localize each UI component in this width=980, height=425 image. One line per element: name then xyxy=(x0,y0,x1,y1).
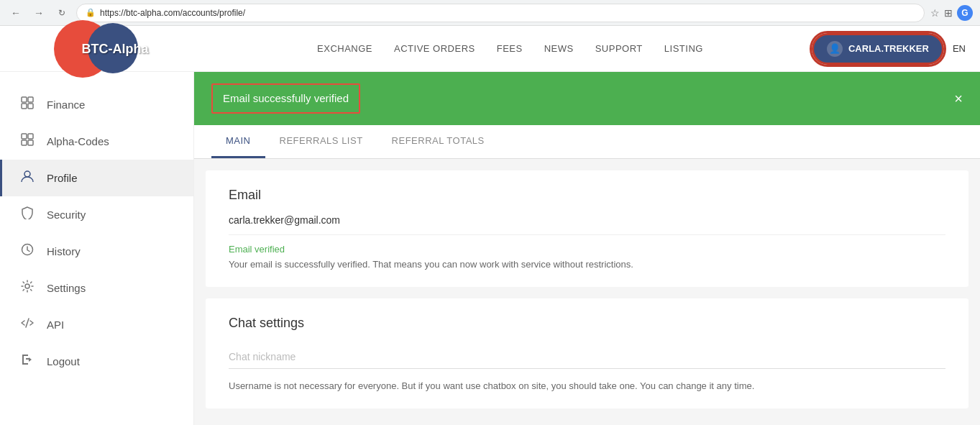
sidebar-label-history: History xyxy=(47,245,81,257)
nav-fees[interactable]: FEES xyxy=(497,43,523,54)
svg-rect-0 xyxy=(22,97,27,102)
tabs-bar: MAIN REFERRALS LIST REFERRAL TOTALS xyxy=(194,125,980,159)
star-icon[interactable]: ☆ xyxy=(930,7,940,19)
svg-rect-4 xyxy=(22,134,27,139)
sidebar-item-settings[interactable]: Settings xyxy=(0,270,193,306)
svg-point-8 xyxy=(24,171,30,177)
user-button-label: CARLA.TREKKER xyxy=(848,43,929,54)
logo-text: BTC-Alpha xyxy=(82,41,149,56)
content-wrapper: Finance Alpha-Codes Profile Security xyxy=(0,72,980,425)
main-area: Email successfully verified × MAIN REFER… xyxy=(194,72,980,425)
sidebar-item-finance[interactable]: Finance xyxy=(0,86,193,123)
lock-icon: 🔒 xyxy=(86,8,96,17)
email-section-title: Email xyxy=(229,188,945,203)
chat-desc: Username is not necessary for everyone. … xyxy=(229,380,945,391)
tab-referral-totals[interactable]: REFERRAL TOTALS xyxy=(377,125,499,158)
app: BTC-Alpha EXCHANGE ACTIVE ORDERS FEES NE… xyxy=(0,26,980,425)
sidebar-label-profile: Profile xyxy=(47,172,78,184)
nav-news[interactable]: NEWS xyxy=(544,43,574,54)
svg-rect-2 xyxy=(22,104,27,109)
sidebar-label-alpha-codes: Alpha-Codes xyxy=(47,135,109,147)
svg-rect-7 xyxy=(28,140,33,145)
logout-icon xyxy=(19,353,35,370)
sidebar-item-api[interactable]: API xyxy=(0,306,193,343)
sidebar-label-api: API xyxy=(47,319,64,331)
sidebar-item-history[interactable]: History xyxy=(0,233,193,270)
svg-point-10 xyxy=(25,284,29,288)
banner-highlight-box: Email successfully verified xyxy=(211,83,360,114)
email-address: carla.trekker@gmail.com xyxy=(229,214,945,235)
sidebar-label-finance: Finance xyxy=(47,99,85,111)
settings-icon xyxy=(19,280,35,296)
api-icon xyxy=(19,316,35,333)
nav-listing[interactable]: LISTING xyxy=(664,43,703,54)
user-icon: 👤 xyxy=(827,41,843,57)
header-nav: EXCHANGE ACTIVE ORDERS FEES NEWS SUPPORT… xyxy=(317,43,703,54)
tab-referrals-list[interactable]: REFERRALS LIST xyxy=(265,125,377,158)
bookmark-icon[interactable]: ⊞ xyxy=(944,7,953,19)
sidebar: Finance Alpha-Codes Profile Security xyxy=(0,72,194,425)
sidebar-label-security: Security xyxy=(47,209,86,221)
svg-rect-1 xyxy=(28,97,33,102)
history-icon xyxy=(19,243,35,260)
svg-rect-3 xyxy=(28,104,33,109)
chat-section-title: Chat settings xyxy=(229,316,945,331)
nav-support[interactable]: SUPPORT xyxy=(595,43,643,54)
browser-bar: ← → ↻ 🔒 https://btc-alpha.com/accounts/p… xyxy=(0,0,980,26)
security-icon xyxy=(19,206,35,223)
finance-icon xyxy=(19,96,35,113)
user-button[interactable]: 👤 CARLA.TREKKER xyxy=(812,33,944,65)
address-text: https://btc-alpha.com/accounts/profile/ xyxy=(100,8,915,18)
svg-rect-5 xyxy=(28,134,33,139)
success-banner: Email successfully verified × xyxy=(194,72,980,125)
banner-message: Email successfully verified xyxy=(223,92,349,104)
google-avatar[interactable]: G xyxy=(957,5,973,21)
tab-main[interactable]: MAIN xyxy=(211,125,265,158)
verified-label: Email verified xyxy=(229,244,945,255)
header-right: 👤 CARLA.TREKKER EN xyxy=(812,33,966,65)
nav-exchange[interactable]: EXCHANGE xyxy=(317,43,372,54)
sidebar-item-profile[interactable]: Profile xyxy=(0,160,193,196)
address-bar[interactable]: 🔒 https://btc-alpha.com/accounts/profile… xyxy=(76,4,925,22)
email-section: Email carla.trekker@gmail.com Email veri… xyxy=(206,170,968,287)
sidebar-label-logout: Logout xyxy=(47,355,80,367)
sidebar-item-logout[interactable]: Logout xyxy=(0,343,193,380)
browser-icons: ☆ ⊞ G xyxy=(930,5,973,21)
close-banner-button[interactable]: × xyxy=(954,91,963,106)
lang-button[interactable]: EN xyxy=(953,43,966,54)
sidebar-item-alpha-codes[interactable]: Alpha-Codes xyxy=(0,123,193,160)
logo-container: BTC-Alpha xyxy=(14,26,209,72)
logo: BTC-Alpha xyxy=(58,26,173,72)
sidebar-label-settings: Settings xyxy=(47,282,86,294)
back-button[interactable]: ← xyxy=(7,4,24,22)
svg-rect-6 xyxy=(22,140,27,145)
alpha-codes-icon xyxy=(19,133,35,150)
sidebar-item-security[interactable]: Security xyxy=(0,196,193,233)
nav-active-orders[interactable]: ACTIVE ORDERS xyxy=(394,43,475,54)
header: BTC-Alpha EXCHANGE ACTIVE ORDERS FEES NE… xyxy=(0,26,980,72)
profile-icon xyxy=(19,170,35,186)
chat-nickname-input[interactable] xyxy=(229,345,945,369)
chat-section: Chat settings Username is not necessary … xyxy=(206,298,968,408)
verified-desc: Your email is successfully verified. Tha… xyxy=(229,259,945,270)
refresh-button[interactable]: ↻ xyxy=(53,4,70,22)
forward-button[interactable]: → xyxy=(30,4,47,22)
